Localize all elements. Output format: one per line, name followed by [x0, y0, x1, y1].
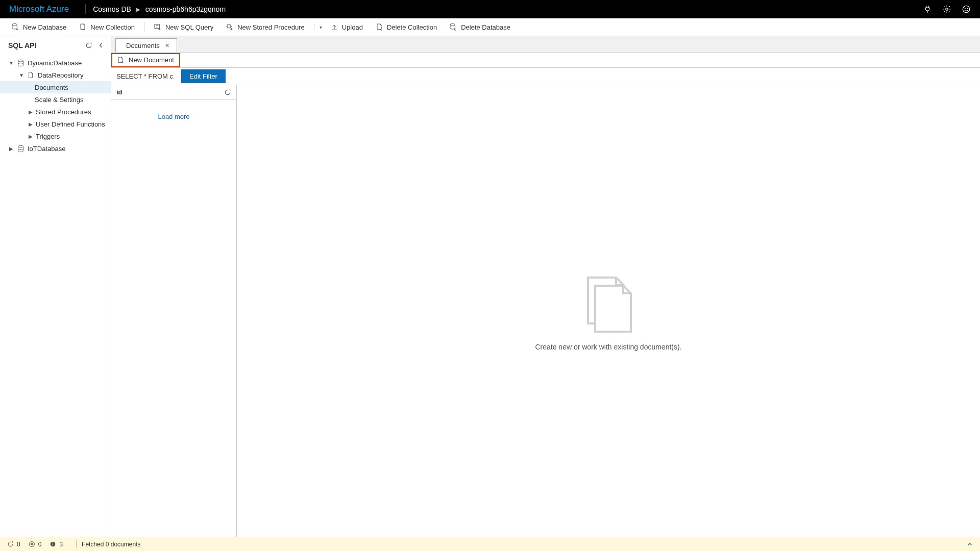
new-stored-procedure-button[interactable]: New Stored Procedure: [219, 18, 311, 36]
caret-down-icon: ▼: [8, 60, 14, 66]
breadcrumb-service[interactable]: Cosmos DB: [93, 5, 131, 13]
svg-point-3: [967, 8, 968, 9]
tree-item-label: Stored Procedures: [36, 108, 91, 116]
feedback-icon[interactable]: [962, 5, 971, 14]
svg-point-0: [946, 8, 948, 11]
toolbar-separator: [144, 22, 144, 32]
upload-button[interactable]: Upload: [324, 18, 369, 36]
collection-delete-icon: [375, 23, 383, 31]
close-icon[interactable]: ✕: [165, 42, 169, 49]
tab-label: Documents: [126, 42, 160, 49]
svg-point-6: [227, 24, 231, 28]
query-row: SELECT * FROM c Edit Filter: [111, 68, 980, 85]
status-sync[interactable]: 0: [7, 541, 20, 548]
tree-collection-label: DataRepository: [38, 71, 84, 79]
status-sync-count: 0: [17, 541, 20, 548]
refresh-icon[interactable]: [224, 89, 231, 96]
tab-documents[interactable]: Documents ✕: [115, 38, 177, 52]
upload-label: Upload: [342, 23, 363, 31]
tab-toolbar: New Document: [111, 53, 980, 68]
refresh-icon[interactable]: [85, 42, 92, 49]
delete-collection-button[interactable]: Delete Collection: [369, 18, 443, 36]
new-document-button[interactable]: New Document: [111, 53, 180, 67]
tree-item-stored-procedures[interactable]: ▶ Stored Procedures: [0, 106, 111, 118]
sidebar: SQL API ▼ DynamicDatabase ▼: [0, 36, 111, 537]
tree-database-label: DynamicDatabase: [28, 59, 82, 67]
status-error-count: 0: [38, 541, 42, 548]
tree-database-label: IoTDatabase: [28, 145, 65, 153]
caret-right-icon: ▶: [28, 121, 34, 127]
database-add-icon: [11, 23, 19, 31]
new-sql-query-label: New SQL Query: [165, 23, 213, 31]
tree-collection-datarepository[interactable]: ▼ DataRepository: [0, 69, 111, 81]
content-area: Documents ✕ New Document SELECT * FROM c…: [111, 36, 980, 537]
command-bar: New Database New Collection New SQL Quer…: [0, 18, 980, 36]
database-icon: [16, 59, 24, 67]
collection-add-icon: [79, 23, 87, 31]
tree-item-label: Scale & Settings: [35, 96, 83, 104]
chevron-down-icon[interactable]: ▾: [320, 24, 322, 30]
database-icon: [16, 144, 24, 153]
tree-database-iotdatabase[interactable]: ▶ IoTDatabase: [0, 142, 111, 155]
azure-brand[interactable]: Microsoft Azure: [9, 4, 69, 14]
topbar-divider: [85, 4, 86, 14]
status-info-count: 3: [59, 541, 63, 548]
info-icon: [50, 541, 56, 547]
status-message: Fetched 0 documents: [82, 541, 140, 548]
tree-item-label: Documents: [35, 84, 68, 91]
query-text: SELECT * FROM c: [116, 72, 173, 80]
gear-icon[interactable]: [942, 5, 951, 14]
resource-tree: ▼ DynamicDatabase ▼ DataRepository Docum…: [0, 55, 111, 157]
caret-down-icon: ▼: [18, 72, 24, 78]
tree-item-label: Triggers: [36, 133, 60, 140]
caret-right-icon: ▶: [28, 133, 34, 139]
breadcrumb-resource[interactable]: cosmos-pb6h6p3zgqnom: [145, 5, 226, 13]
status-separator: [76, 540, 77, 548]
status-errors[interactable]: 0: [29, 541, 42, 548]
upload-icon: [330, 23, 338, 31]
svg-rect-13: [53, 542, 53, 543]
load-more-link[interactable]: Load more: [158, 113, 189, 120]
document-viewer: Create new or work with existing documen…: [237, 85, 980, 537]
tree-database-dynamicdatabase[interactable]: ▼ DynamicDatabase: [0, 57, 111, 69]
svg-point-1: [963, 6, 970, 13]
svg-rect-12: [53, 543, 53, 545]
edit-filter-button[interactable]: Edit Filter: [181, 69, 226, 83]
tree-item-label: User Defined Functions: [36, 120, 105, 128]
documents-area: SELECT * FROM c Edit Filter id Load more: [111, 68, 980, 537]
svg-point-7: [450, 23, 455, 26]
collapse-icon[interactable]: [97, 42, 105, 49]
svg-point-8: [18, 60, 23, 62]
delete-database-button[interactable]: Delete Database: [443, 18, 517, 36]
new-collection-button[interactable]: New Collection: [72, 18, 141, 36]
plug-icon[interactable]: [923, 5, 932, 14]
tree-item-udf[interactable]: ▶ User Defined Functions: [0, 118, 111, 130]
load-more: Load more: [111, 99, 236, 120]
chevron-right-icon: ▶: [136, 7, 140, 12]
caret-right-icon: ▶: [28, 109, 34, 115]
id-list-header: id: [111, 85, 236, 99]
collection-icon: [27, 71, 35, 79]
error-icon: [29, 541, 35, 547]
database-delete-icon: [449, 23, 457, 31]
id-column-label: id: [116, 88, 122, 96]
svg-point-9: [18, 145, 23, 147]
new-database-label: New Database: [23, 23, 66, 31]
expand-icon[interactable]: [967, 541, 973, 547]
tree-item-scale-settings[interactable]: Scale & Settings: [0, 93, 111, 106]
id-list-panel: id Load more: [111, 85, 237, 537]
placeholder-text: Create new or work with existing documen…: [535, 343, 681, 351]
new-sql-query-button[interactable]: New SQL Query: [148, 18, 219, 36]
toolbar-separator: [314, 23, 314, 31]
new-stored-procedure-label: New Stored Procedure: [237, 23, 305, 31]
tree-item-triggers[interactable]: ▶ Triggers: [0, 130, 111, 142]
sync-icon: [7, 541, 14, 547]
topbar: Microsoft Azure Cosmos DB ▶ cosmos-pb6h6…: [0, 0, 980, 18]
caret-right-icon: ▶: [8, 145, 14, 152]
status-info[interactable]: 3: [50, 541, 63, 548]
delete-collection-label: Delete Collection: [387, 23, 437, 31]
svg-rect-5: [155, 24, 159, 29]
tree-item-documents[interactable]: Documents: [0, 81, 111, 93]
sidebar-header: SQL API: [0, 36, 111, 55]
new-database-button[interactable]: New Database: [5, 18, 72, 36]
